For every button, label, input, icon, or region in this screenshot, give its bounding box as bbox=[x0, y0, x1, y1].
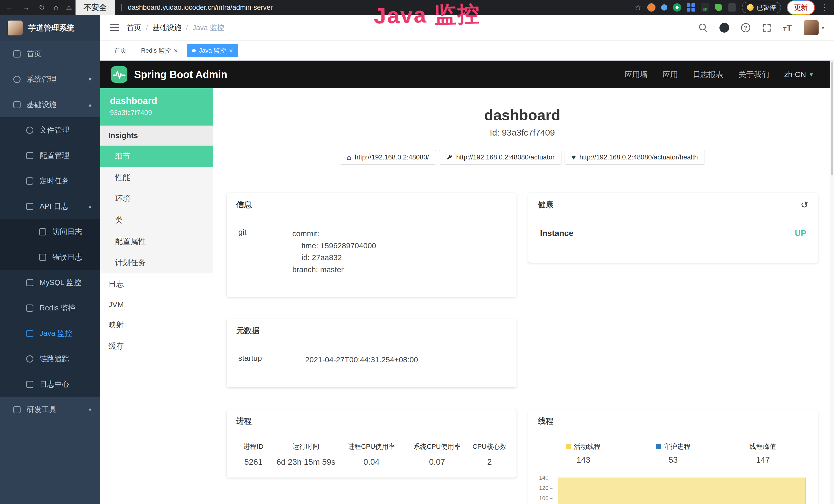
github-icon[interactable] bbox=[720, 23, 729, 32]
sba-brand[interactable]: Spring Boot Admin bbox=[111, 66, 227, 83]
sba-item-mappings[interactable]: 映射 bbox=[100, 314, 213, 336]
cards-grid: 信息 git commit: time: 1596289704000 id: 2 bbox=[226, 193, 818, 504]
health-url-button[interactable]: ♥ http://192.168.0.2:48080/actuator/heal… bbox=[565, 150, 705, 165]
actuator-url-button[interactable]: http://192.168.0.2:48080/actuator bbox=[439, 150, 562, 165]
sba-instance-header[interactable]: dashboard 93a3fc7f7409 bbox=[100, 88, 213, 125]
paused-badge[interactable]: 已暂停 bbox=[742, 2, 781, 13]
sba-item-scheduled-tasks[interactable]: 计划任务 bbox=[100, 252, 213, 273]
sidebar-item-java[interactable]: Java 监控 bbox=[0, 321, 100, 346]
threads-chart: 140 120 100 bbox=[539, 475, 808, 504]
sba-section-insights: Insights bbox=[100, 125, 213, 145]
sba-locale-select[interactable]: zh-CN ▾ bbox=[784, 70, 813, 79]
reload-icon[interactable]: ↻ bbox=[39, 4, 45, 11]
sba-item-jvm[interactable]: JVM bbox=[100, 295, 213, 314]
card-health-header: 健康 ↺ bbox=[528, 193, 818, 217]
log-icon bbox=[26, 203, 34, 210]
browser-home-icon[interactable]: ⌂ bbox=[54, 4, 58, 11]
search-icon[interactable] bbox=[699, 23, 708, 32]
extensions-puzzle-icon[interactable] bbox=[728, 3, 736, 12]
font-size-icon[interactable]: TT bbox=[783, 23, 792, 32]
extension-on-icon[interactable]: on bbox=[701, 3, 709, 12]
close-icon[interactable]: × bbox=[229, 47, 233, 54]
close-icon[interactable]: × bbox=[174, 47, 178, 54]
browser-menu-dots-icon[interactable]: ⋮ bbox=[821, 4, 828, 11]
threads-chart-plot bbox=[556, 475, 808, 504]
sidebar-item-redis[interactable]: Redis 监控 bbox=[0, 295, 100, 321]
sba-nav-wallboard[interactable]: 应用墙 bbox=[624, 69, 648, 80]
sba-item-logs[interactable]: 日志 bbox=[100, 273, 213, 295]
tab-home[interactable]: 首页 bbox=[109, 44, 132, 57]
help-icon[interactable]: ? bbox=[741, 23, 750, 32]
sba-item-caches[interactable]: 缓存 bbox=[100, 336, 213, 357]
sba-item-metrics[interactable]: 性能 bbox=[100, 167, 213, 188]
sba-insights-group: Insights 细节 性能 环境 类 配置属性 计划任务 bbox=[100, 125, 213, 273]
health-instance-label: Instance bbox=[540, 229, 574, 238]
sidebar-item-home[interactable]: 首页 bbox=[0, 41, 100, 67]
extension-leaf-icon[interactable] bbox=[715, 4, 722, 11]
sba-nav-journal[interactable]: 日志报表 bbox=[693, 69, 724, 80]
tab-redis-monitor[interactable]: Redis 监控 × bbox=[136, 44, 183, 57]
breadcrumb-home[interactable]: 首页 bbox=[127, 23, 141, 32]
breadcrumb-current: Java 监控 bbox=[193, 23, 224, 32]
fullscreen-icon[interactable] bbox=[762, 23, 771, 32]
info-key: git bbox=[238, 228, 292, 275]
chevron-down-icon: ▾ bbox=[89, 407, 91, 413]
sidebar-item-mysql[interactable]: MySQL 监控 bbox=[0, 270, 100, 295]
tab-java-monitor[interactable]: Java 监控 × bbox=[187, 44, 238, 57]
instance-url-button[interactable]: ⌂ http://192.168.0.2:48080/ bbox=[340, 150, 436, 165]
sidebar-item-api-log[interactable]: API 日志 ▴ bbox=[0, 193, 100, 219]
sidebar-item-file[interactable]: 文件管理 bbox=[0, 117, 100, 143]
browser-toolbar-right: ☆ on 已暂停 更新 ⋮ bbox=[635, 0, 828, 15]
card-metadata-body: startup 2021-04-27T00:44:31.254+08:00 bbox=[226, 343, 517, 387]
sba-item-details[interactable]: 细节 bbox=[100, 145, 213, 167]
history-icon[interactable]: ↺ bbox=[800, 200, 808, 209]
update-button[interactable]: 更新 bbox=[787, 0, 815, 15]
info-value: commit: time: 1596289704000 id: 27aa832 … bbox=[292, 228, 376, 275]
header-icons: ? TT ▾ bbox=[699, 20, 824, 35]
extension-icon-1[interactable] bbox=[647, 3, 656, 12]
sidebar-item-access-log[interactable]: 访问日志 bbox=[0, 219, 100, 245]
sba-nav-about[interactable]: 关于我们 bbox=[739, 69, 769, 80]
sidebar-item-system[interactable]: 系统管理 ▾ bbox=[0, 67, 100, 92]
sidebar-item-dev-tools[interactable]: 研发工具 ▾ bbox=[0, 397, 100, 422]
extension-icon-2[interactable] bbox=[661, 4, 667, 10]
wrench-icon bbox=[446, 154, 453, 161]
card-title: 健康 bbox=[538, 200, 553, 210]
sidebar-item-job[interactable]: 定时任务 bbox=[0, 168, 100, 193]
process-col-header: CPU核心数 bbox=[470, 442, 509, 451]
sidebar-item-tracing[interactable]: 链路追踪 bbox=[0, 346, 100, 371]
sba-nav-applications[interactable]: 应用 bbox=[662, 69, 678, 80]
sidebar-item-config[interactable]: 配置管理 bbox=[0, 143, 100, 168]
user-menu[interactable]: ▾ bbox=[804, 20, 824, 35]
metadata-value: 2021-04-27T00:44:31.254+08:00 bbox=[305, 354, 418, 366]
card-metadata-header: 元数据 bbox=[226, 319, 517, 343]
breadcrumb: 首页 / 基础设施 / Java 监控 bbox=[127, 23, 224, 32]
main-column: 首页 / 基础设施 / Java 监控 ? TT bbox=[100, 15, 834, 504]
chevron-up-icon: ▴ bbox=[89, 203, 91, 210]
bookmark-star-icon[interactable]: ☆ bbox=[635, 4, 642, 11]
legend-swatch-blue bbox=[656, 444, 661, 449]
home-icon: ⌂ bbox=[347, 154, 351, 161]
sidebar-item-error-log[interactable]: 错误日志 bbox=[0, 245, 100, 270]
error-log-icon bbox=[39, 254, 46, 261]
spring-boot-admin: Spring Boot Admin 应用墙 应用 日志报表 关于我们 zh-CN… bbox=[100, 61, 834, 504]
sidebar-item-infrastructure[interactable]: 基础设施 ▴ bbox=[0, 92, 100, 117]
sba-item-classes[interactable]: 类 bbox=[100, 209, 213, 231]
hamburger-icon[interactable] bbox=[110, 24, 119, 31]
scrollbar-thumb[interactable] bbox=[831, 62, 833, 175]
sba-item-environment[interactable]: 环境 bbox=[100, 188, 213, 209]
app-logo[interactable]: 芋道管理系统 bbox=[0, 15, 100, 41]
sba-item-config-props[interactable]: 配置属性 bbox=[100, 231, 213, 252]
extension-grid-icon[interactable] bbox=[687, 3, 695, 12]
app-title: 芋道管理系统 bbox=[28, 23, 74, 33]
info-row-git: git commit: time: 1596289704000 id: 27aa… bbox=[238, 228, 505, 283]
threads-chart-yaxis: 140 120 100 bbox=[539, 475, 556, 504]
card-info-header: 信息 bbox=[226, 193, 517, 217]
forward-icon[interactable]: → bbox=[22, 4, 30, 11]
back-icon[interactable]: ← bbox=[6, 4, 13, 11]
process-col-header: 运行时间 bbox=[273, 442, 338, 451]
extension-icon-3[interactable] bbox=[673, 3, 681, 12]
sidebar-item-log-center[interactable]: 日志中心 bbox=[0, 371, 100, 397]
breadcrumb-infrastructure[interactable]: 基础设施 bbox=[153, 23, 181, 32]
active-threads-area bbox=[557, 478, 806, 504]
